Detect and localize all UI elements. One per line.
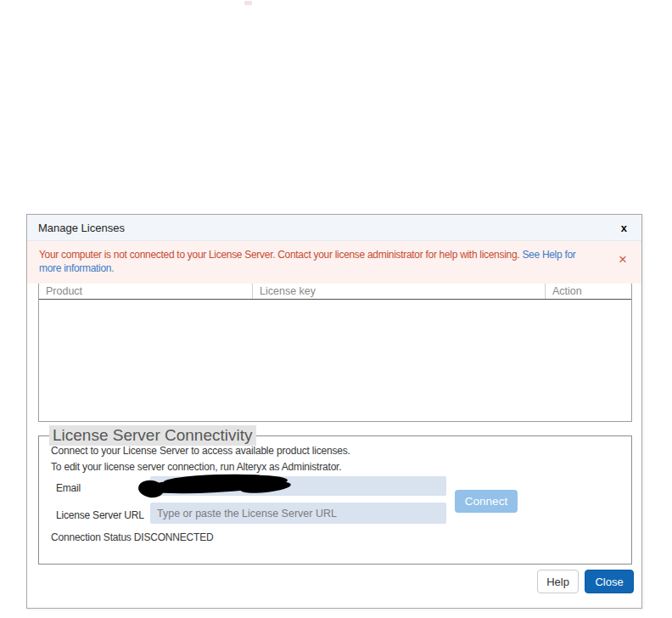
manage-licenses-dialog: Manage Licenses x Your computer is not c… [26, 214, 642, 609]
connect-button[interactable]: Connect [455, 490, 518, 513]
license-server-url-field[interactable] [150, 503, 446, 524]
dialog-titlebar: Manage Licenses x [27, 215, 641, 241]
connectivity-description-line2: To edit your license server connection, … [51, 461, 341, 473]
column-header-action[interactable]: Action [545, 284, 631, 299]
section-legend: License Server Connectivity [49, 425, 256, 446]
connection-status: Connection Status DISCONNECTED [51, 531, 213, 543]
license-table: Product License key Action [38, 284, 632, 422]
warning-banner: Your computer is not connected to your L… [27, 241, 641, 284]
connection-status-value: DISCONNECTED [134, 531, 214, 543]
column-header-license-key[interactable]: License key [252, 284, 545, 299]
screen-artifact [244, 1, 252, 5]
license-server-url-label: License Server URL [56, 509, 144, 521]
license-server-connectivity-section: License Server Connectivity Connect to y… [38, 435, 632, 565]
email-label: Email [56, 482, 81, 494]
connectivity-description-line1: Connect to your License Server to access… [51, 445, 350, 457]
dialog-close-icon[interactable]: x [618, 221, 630, 235]
email-field[interactable] [150, 476, 446, 496]
warning-message-text: Your computer is not connected to your L… [39, 249, 519, 261]
warning-message: Your computer is not connected to your L… [39, 248, 594, 275]
help-button[interactable]: Help [537, 570, 579, 593]
connection-status-label: Connection Status [51, 531, 132, 543]
license-table-body [39, 300, 631, 421]
column-header-product[interactable]: Product [39, 284, 252, 299]
dialog-title: Manage Licenses [38, 222, 125, 234]
close-button[interactable]: Close [585, 570, 634, 593]
banner-dismiss-icon[interactable]: × [619, 252, 627, 267]
license-table-header: Product License key Action [39, 284, 631, 300]
